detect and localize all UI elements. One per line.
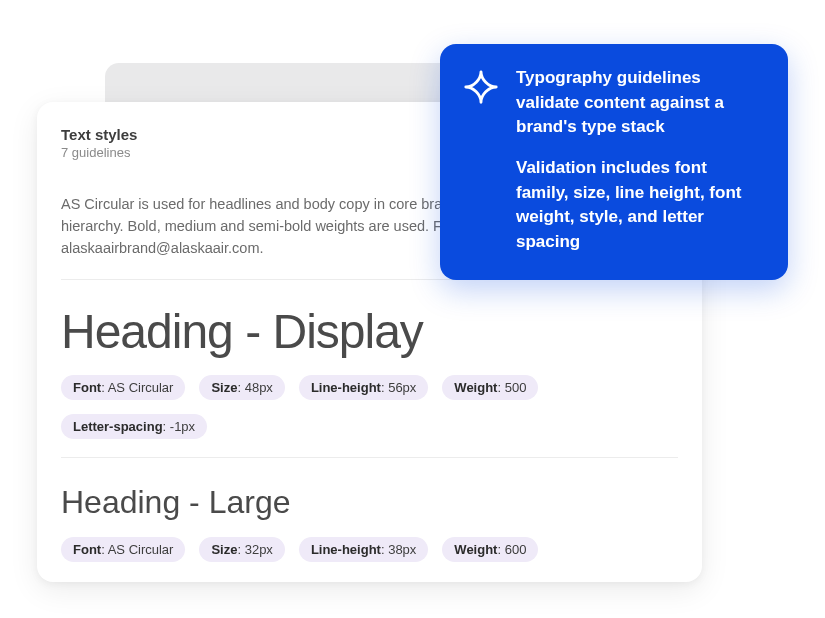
tag-weight: Weight: 600 (442, 537, 538, 562)
style-name: Heading - Display (61, 306, 678, 359)
callout-text: Typography guidelines validate content a… (516, 66, 762, 254)
tag-size: Size: 32px (199, 537, 284, 562)
style-block-display: Heading - Display Font: AS Circular Size… (61, 280, 678, 458)
callout-paragraph-1: Typography guidelines validate content a… (516, 66, 762, 140)
style-tags: Font: AS Circular Size: 32px Line-height… (61, 537, 678, 562)
tag-size: Size: 48px (199, 375, 284, 400)
style-block-large: Heading - Large Font: AS Circular Size: … (61, 458, 678, 580)
tag-letter-spacing: Letter-spacing: -1px (61, 414, 207, 439)
tag-line-height: Line-height: 38px (299, 537, 428, 562)
typography-callout: Typography guidelines validate content a… (440, 44, 788, 280)
callout-paragraph-2: Validation includes font family, size, l… (516, 156, 762, 255)
style-name: Heading - Large (61, 484, 678, 521)
tag-line-height: Line-height: 56px (299, 375, 428, 400)
tag-weight: Weight: 500 (442, 375, 538, 400)
tag-font: Font: AS Circular (61, 537, 185, 562)
sparkle-icon (462, 68, 500, 106)
tag-font: Font: AS Circular (61, 375, 185, 400)
style-tags: Font: AS Circular Size: 48px Line-height… (61, 375, 678, 439)
